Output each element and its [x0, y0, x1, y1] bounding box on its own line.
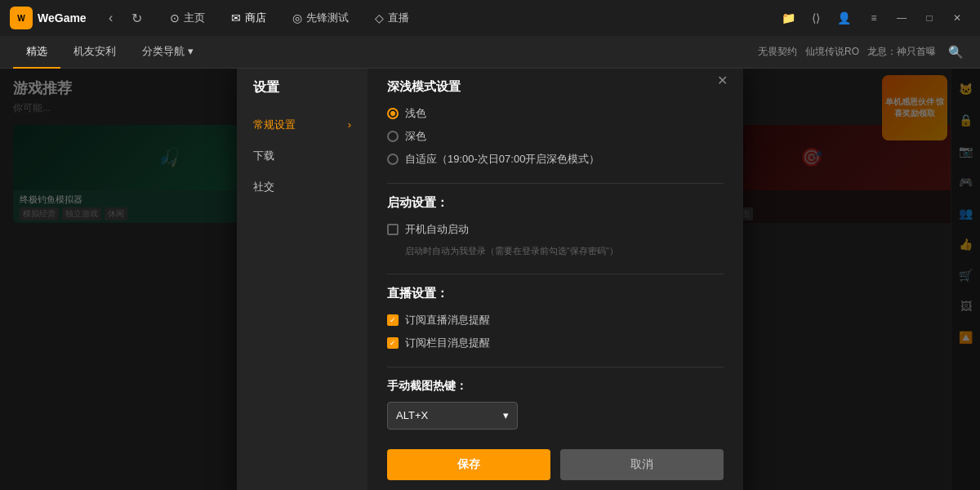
navbar-item-categories[interactable]: 分类导航 ▾	[129, 36, 207, 69]
modal-nav-general[interactable]: 常规设置 ›	[237, 109, 368, 140]
dropdown-arrow-icon: ▾	[503, 409, 509, 421]
navbar: 精选 机友安利 分类导航 ▾ 无畏契约 仙境传说RO 龙息：神只首曝 🔍	[0, 36, 980, 69]
titlebar: W WeGame ‹ ↻ ⊙ 主页 ✉ 商店 ◎ 先锋测试 ◇ 直播 📁 ⟨⟩ …	[0, 0, 980, 36]
live-section-title: 直播设置：	[387, 286, 724, 301]
modal-sidebar: 设置 常规设置 › 下载 社交	[237, 69, 368, 490]
refresh-button[interactable]: ↻	[126, 7, 149, 29]
live-checkbox-group: ✓ 订阅直播消息提醒 ✓ 订阅栏目消息提醒	[387, 313, 724, 350]
settings-modal: 设置 常规设置 › 下载 社交 ✕ 深浅模式设置	[237, 69, 743, 490]
checkbox-sub-notify[interactable]: ✓ 订阅直播消息提醒	[387, 313, 724, 327]
search-tag-dragon[interactable]: 龙息：神只首曝	[867, 45, 936, 59]
tab-home[interactable]: ⊙ 主页	[158, 6, 216, 30]
checkbox-box-sub-notify: ✓	[387, 314, 399, 326]
live-icon: ◇	[375, 11, 384, 24]
startup-checkbox-group: 开机自动启动 启动时自动为我登录（需要在登录前勾选"保存密码"）	[387, 222, 724, 257]
close-button[interactable]: ✕	[944, 7, 970, 29]
modal-footer: 保存 取消	[387, 449, 724, 480]
titlebar-right: 📁 ⟨⟩ 👤	[777, 7, 854, 29]
navbar-item-featured[interactable]: 精选	[13, 36, 60, 69]
radio-auto[interactable]: 自适应（19:00-次日07:00开启深色模式）	[387, 152, 724, 167]
save-button[interactable]: 保存	[387, 449, 550, 480]
divider-2	[387, 274, 724, 274]
hotkey-section-title: 手动截图热键：	[387, 379, 724, 394]
tab-live[interactable]: ◇ 直播	[363, 6, 421, 30]
minimize-button[interactable]: —	[889, 7, 915, 29]
hotkey-section: 手动截图热键： ALT+X ▾	[387, 379, 724, 430]
checkbox-autostart[interactable]: 开机自动启动	[387, 222, 724, 237]
checkbox-autologin-sub: 启动时自动为我登录（需要在登录前勾选"保存密码"）	[405, 245, 724, 257]
folder-icon-btn[interactable]: 📁	[777, 7, 799, 29]
checkbox-box-autostart	[387, 224, 399, 235]
app-logo: W WeGame	[10, 7, 87, 29]
modal-overlay: 设置 常规设置 › 下载 社交 ✕ 深浅模式设置	[0, 69, 980, 490]
modal-body: ✕ 深浅模式设置 浅色 深色 自适应（19:00-次日07:00开启深色模式）	[368, 69, 743, 490]
divider-1	[387, 183, 724, 184]
search-tag-fearless[interactable]: 无畏契约	[758, 45, 797, 59]
modal-nav-social[interactable]: 社交	[237, 172, 368, 203]
divider-3	[387, 367, 724, 368]
pioneer-icon: ◎	[292, 11, 302, 24]
radio-circle-auto	[387, 154, 399, 165]
cancel-button[interactable]: 取消	[560, 449, 724, 480]
tab-pioneer[interactable]: ◎ 先锋测试	[281, 6, 360, 30]
logo-icon: W	[10, 7, 33, 29]
main-content: 游戏推荐 你可能... 🎣 终极钓鱼模拟器 模拟经营 独立游戏 休闲 🔫	[0, 69, 980, 490]
user-icon-btn[interactable]: 👤	[833, 7, 854, 29]
modal-title: 设置	[237, 79, 368, 109]
radio-circle-dark	[387, 131, 399, 142]
hotkey-select[interactable]: ALT+X ▾	[387, 402, 518, 430]
search-button[interactable]: 🔍	[944, 41, 967, 64]
checkbox-box-channel-notify: ✓	[387, 337, 399, 349]
navbar-item-friends[interactable]: 机友安利	[60, 36, 129, 69]
theme-section-title: 深浅模式设置	[387, 79, 724, 95]
tab-shop[interactable]: ✉ 商店	[220, 6, 278, 30]
arrow-icon: ›	[348, 118, 351, 131]
startup-section-title: 启动设置：	[387, 195, 724, 211]
navbar-search: 无畏契约 仙境传说RO 龙息：神只首曝 🔍	[758, 41, 967, 64]
menu-button[interactable]: ≡	[861, 7, 887, 29]
modal-nav-download[interactable]: 下载	[237, 140, 368, 172]
window-controls: ≡ — □ ✕	[861, 7, 970, 29]
checkbox-channel-notify[interactable]: ✓ 订阅栏目消息提醒	[387, 336, 724, 350]
code-icon-btn[interactable]: ⟨⟩	[805, 7, 826, 29]
search-tag-ragnarok[interactable]: 仙境传说RO	[805, 45, 859, 59]
radio-circle-light	[387, 108, 399, 119]
maximize-button[interactable]: □	[916, 7, 942, 29]
modal-close-button[interactable]: ✕	[712, 71, 732, 91]
home-icon: ⊙	[170, 11, 180, 24]
shop-icon: ✉	[231, 11, 241, 24]
back-button[interactable]: ‹	[100, 7, 122, 29]
theme-radio-group: 浅色 深色 自适应（19:00-次日07:00开启深色模式）	[387, 106, 724, 167]
logo-text: WeGame	[38, 11, 87, 24]
radio-light[interactable]: 浅色	[387, 106, 724, 121]
radio-dark[interactable]: 深色	[387, 129, 724, 144]
nav-controls: ‹ ↻	[100, 7, 149, 29]
titlebar-tabs: ⊙ 主页 ✉ 商店 ◎ 先锋测试 ◇ 直播	[158, 6, 777, 30]
